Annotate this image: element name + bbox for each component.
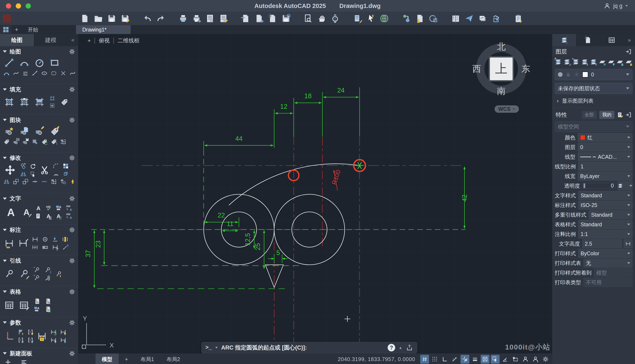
undo-button[interactable] bbox=[143, 14, 152, 23]
define-attribute-tool[interactable] bbox=[3, 138, 10, 145]
dimension-space-tool[interactable] bbox=[62, 236, 68, 242]
linear-dimension-tool[interactable] bbox=[32, 236, 38, 242]
lineweight-dropdown[interactable]: ByLayer bbox=[578, 172, 632, 180]
sync-constraint-tool[interactable] bbox=[50, 329, 57, 335]
panel-menu-button[interactable] bbox=[20, 358, 28, 364]
app-grid-icon[interactable] bbox=[0, 25, 12, 34]
dynamic-input-toggle[interactable] bbox=[501, 355, 510, 364]
dim-bulb-yellow-tool[interactable] bbox=[50, 337, 57, 343]
table-download-tool[interactable] bbox=[44, 298, 51, 304]
share-icon[interactable] bbox=[406, 344, 413, 351]
table-export-tool[interactable] bbox=[34, 298, 40, 304]
arc-continue-tool[interactable] bbox=[3, 70, 10, 76]
edit-properties-icon[interactable] bbox=[617, 112, 623, 118]
manage-attributes-tool[interactable] bbox=[50, 138, 57, 145]
table-cell-style-tool[interactable] bbox=[34, 306, 40, 312]
annotation-monitor-toggle[interactable] bbox=[521, 355, 530, 364]
scale-tool[interactable] bbox=[22, 178, 28, 185]
jogged-dimension-tool[interactable] bbox=[52, 236, 58, 242]
export-button[interactable] bbox=[254, 14, 264, 23]
save-button[interactable] bbox=[107, 14, 116, 23]
stretch-tool[interactable] bbox=[30, 171, 36, 177]
dimension-check-tool[interactable] bbox=[52, 244, 58, 250]
gear-icon[interactable] bbox=[69, 320, 75, 326]
layer-previous-icon[interactable] bbox=[572, 58, 580, 66]
table-sync-tool[interactable] bbox=[44, 306, 51, 312]
point-style-button[interactable] bbox=[402, 14, 411, 23]
gear-icon[interactable] bbox=[69, 48, 75, 55]
dimension-tool[interactable] bbox=[4, 238, 14, 248]
orbit-button[interactable] bbox=[330, 14, 340, 23]
edit-block-tool[interactable] bbox=[34, 126, 44, 136]
auto-constrain-tool[interactable] bbox=[18, 329, 24, 335]
gear-icon[interactable] bbox=[69, 86, 75, 92]
snap-toggle[interactable] bbox=[430, 355, 439, 364]
multiline-tool[interactable] bbox=[22, 70, 28, 76]
measure-tool[interactable] bbox=[32, 70, 38, 76]
batch-plot-button[interactable] bbox=[192, 14, 201, 23]
pin-panel-icon[interactable] bbox=[625, 112, 632, 118]
pdf-text-settings-tool[interactable] bbox=[66, 213, 72, 219]
section-caret-icon[interactable] bbox=[3, 290, 7, 293]
help-icon[interactable]: ? bbox=[388, 344, 395, 352]
add-tool-button[interactable] bbox=[4, 358, 12, 364]
replace-block-tool[interactable] bbox=[60, 138, 66, 145]
tab-drawing1[interactable]: Drawing1* bbox=[76, 25, 130, 34]
text-columns-tool[interactable] bbox=[56, 205, 62, 211]
dim-style-dropdown[interactable]: ISO-25 bbox=[578, 201, 632, 210]
align-tool[interactable] bbox=[3, 178, 10, 185]
table-style-dropdown[interactable]: Standard bbox=[578, 220, 632, 229]
pin-panel-icon[interactable] bbox=[625, 48, 632, 55]
viewcube[interactable]: 上 北 南 西 东 bbox=[476, 44, 526, 94]
circle-tool[interactable] bbox=[34, 58, 44, 68]
block-table-tool[interactable] bbox=[13, 138, 19, 145]
app-menu-icon[interactable] bbox=[3, 14, 11, 22]
hatch-tool[interactable] bbox=[4, 97, 14, 107]
close-window-button[interactable] bbox=[6, 3, 11, 8]
save-as-button[interactable] bbox=[120, 14, 130, 23]
align-leaders-tool[interactable] bbox=[44, 267, 51, 273]
linetype-dropdown[interactable]: ACAD... bbox=[578, 152, 632, 161]
ortho-toggle[interactable] bbox=[440, 355, 449, 364]
visual-styles-button[interactable] bbox=[415, 14, 424, 23]
isolate-objects-toggle[interactable] bbox=[511, 355, 520, 364]
collect-leaders-tool[interactable] bbox=[44, 275, 51, 281]
fillet-tool[interactable] bbox=[53, 163, 59, 169]
pick-text-height-button[interactable] bbox=[624, 239, 632, 248]
polyline-tool[interactable] bbox=[13, 70, 19, 76]
zoom-window-button[interactable] bbox=[304, 14, 313, 23]
redo-button[interactable] bbox=[156, 14, 166, 23]
dimension-align-tool[interactable] bbox=[62, 244, 68, 250]
transparency-slider[interactable]: 0 bbox=[582, 183, 616, 189]
table-tool[interactable] bbox=[4, 300, 14, 310]
command-line[interactable]: >_ ARC 指定圆弧的起点或 [圆心(C)]: ? ▲ bbox=[202, 342, 417, 353]
boundary-tool[interactable] bbox=[50, 96, 55, 101]
linetype-scale-input[interactable]: 1 bbox=[578, 162, 632, 171]
trim-tool[interactable] bbox=[40, 165, 50, 175]
move-tool[interactable] bbox=[3, 164, 17, 176]
section-caret-icon[interactable] bbox=[3, 229, 7, 231]
tab-modeling[interactable]: 建模 bbox=[34, 34, 68, 46]
create-block-tool[interactable] bbox=[19, 126, 30, 136]
command-text[interactable]: ARC 指定圆弧的起点或 [圆心(C)]: bbox=[221, 344, 384, 352]
compass-east[interactable]: 东 bbox=[522, 63, 530, 75]
layer-properties-icon[interactable] bbox=[554, 58, 562, 66]
pdf-import-text-tool[interactable] bbox=[66, 205, 72, 211]
section-caret-icon[interactable] bbox=[3, 119, 7, 121]
layer-color-swatch[interactable] bbox=[582, 72, 588, 78]
layer-match-icon[interactable] bbox=[563, 58, 571, 66]
sync-attributes-tool[interactable] bbox=[41, 138, 48, 145]
text-case-tool[interactable] bbox=[56, 213, 62, 219]
show-constraints-tool[interactable] bbox=[18, 337, 24, 343]
viewcube-top-face[interactable]: 上 bbox=[490, 58, 512, 80]
mirror-tool[interactable] bbox=[20, 171, 26, 177]
section-caret-icon[interactable] bbox=[3, 352, 7, 354]
line-tool[interactable] bbox=[4, 58, 14, 68]
transparency-toggle[interactable] bbox=[481, 355, 490, 364]
edit-text-tool[interactable] bbox=[22, 207, 32, 217]
section-caret-icon[interactable] bbox=[3, 198, 7, 200]
geolocation-button[interactable] bbox=[380, 14, 389, 23]
viewport-menu-button[interactable]: + bbox=[84, 37, 94, 44]
create-region-tool[interactable] bbox=[32, 138, 38, 145]
action-recorder-button[interactable] bbox=[514, 14, 523, 23]
